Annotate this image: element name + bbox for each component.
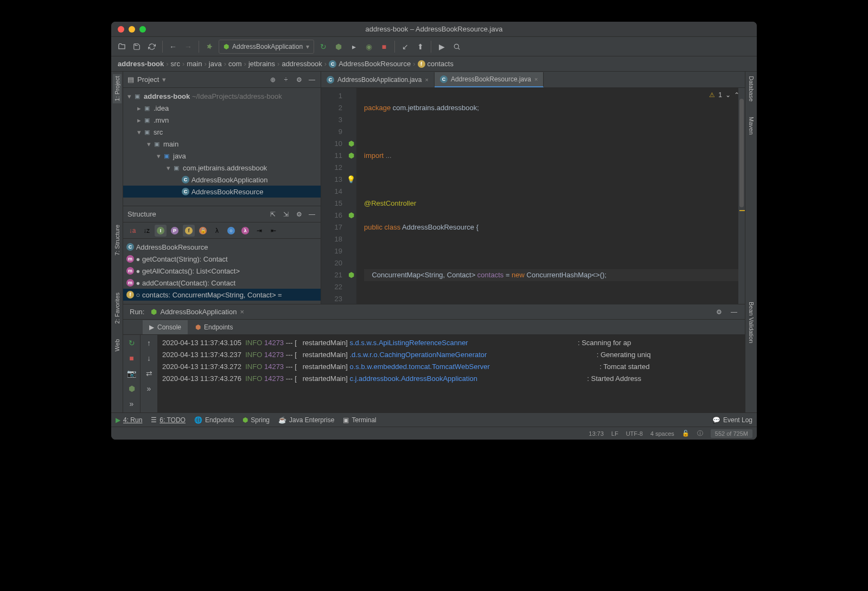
status-line-ending[interactable]: LF [611, 430, 618, 437]
tree-row[interactable]: ▾▣main [123, 138, 321, 150]
rail-project[interactable]: 1: Project [113, 74, 122, 103]
collapse-icon[interactable]: ÷ [282, 75, 290, 84]
footer-jee[interactable]: ☕Java Enterprise [278, 416, 334, 424]
run-config-selector[interactable]: ⬢ AddressBookApplication ▾ [219, 40, 314, 54]
endpoints-tab[interactable]: ⬢Endpoints [189, 320, 239, 334]
more-icon[interactable]: » [143, 383, 155, 395]
run-icon[interactable]: ↻ [317, 41, 329, 53]
filter-inherited-icon[interactable]: I [155, 225, 167, 237]
editor-tab[interactable]: C AddressBookResource.java × [435, 72, 544, 87]
inspection-icon[interactable]: ⓘ [697, 429, 703, 437]
minimize-window-button[interactable] [129, 26, 135, 33]
search-icon[interactable] [451, 41, 463, 53]
tree-row[interactable]: f ○ contacts: ConcurrentMap<String, Cont… [123, 289, 321, 301]
save-icon[interactable] [131, 41, 143, 53]
scroll-to-icon[interactable]: ⇥ [253, 225, 265, 237]
editor-inspection-status[interactable]: ⚠ 1 ⌄ ⌃ [709, 91, 739, 99]
footer-terminal[interactable]: ▣Terminal [343, 416, 376, 424]
breadcrumb-item[interactable]: address-book [118, 60, 164, 68]
expand-arrow[interactable]: ▾ [135, 128, 143, 136]
filter-lambda-icon[interactable]: ○ [225, 225, 237, 237]
spring-gutter-icon[interactable]: ⬢ [346, 150, 356, 162]
tree-row[interactable]: m ● addContact(Contact): Contact [123, 277, 321, 289]
close-window-button[interactable] [118, 26, 124, 33]
tree-row[interactable]: ▾▣address-book ~/IdeaProjects/address-bo… [123, 90, 321, 102]
profile-icon[interactable]: ◉ [363, 41, 375, 53]
tree-row[interactable]: ▾▣com.jetbrains.addressbook [123, 162, 321, 174]
filter-lambda2-icon[interactable]: λ [239, 225, 251, 237]
down-icon[interactable]: ↓ [143, 352, 155, 364]
stop-icon[interactable]: ■ [126, 352, 138, 364]
console-tab[interactable]: ▶Console [143, 320, 188, 334]
spring-gutter-icon[interactable]: ⬢ [346, 138, 356, 150]
status-memory[interactable]: 552 of 725M [711, 429, 752, 438]
collapse-all-icon[interactable]: ⇲ [282, 210, 290, 219]
gear-icon[interactable]: ⚙ [295, 210, 303, 219]
forward-icon[interactable]: → [182, 41, 194, 53]
run-anything-icon[interactable]: ▶ [436, 41, 448, 53]
expand-all-icon[interactable]: ⇱ [269, 210, 277, 219]
filter-anon-icon[interactable]: λ [211, 225, 223, 237]
vcs-commit-icon[interactable]: ⬆ [414, 41, 426, 53]
footer-todo[interactable]: ☰6: TODO [151, 416, 186, 424]
coverage-icon[interactable]: ▸ [348, 41, 360, 53]
warning-marker[interactable] [739, 210, 745, 211]
scroll-thumb[interactable] [739, 99, 744, 207]
status-caret-pos[interactable]: 13:73 [589, 430, 604, 437]
tree-row[interactable]: ▸▣.mvn [123, 114, 321, 126]
expand-arrow[interactable]: ▾ [145, 140, 152, 148]
tree-row[interactable]: ▾▣java [123, 150, 321, 162]
scroll-from-icon[interactable]: ⇤ [267, 225, 279, 237]
spring-gutter-icon[interactable]: ⬢ [346, 209, 356, 221]
more-icon[interactable]: » [126, 398, 138, 410]
back-icon[interactable]: ← [167, 41, 179, 53]
sync-icon[interactable] [146, 41, 158, 53]
restart-icon[interactable]: ↻ [126, 337, 138, 349]
footer-endpoints[interactable]: 🌐Endpoints [194, 416, 234, 424]
tree-row[interactable]: ▾▣src [123, 126, 321, 138]
sort-alpha-icon[interactable]: ↓a [126, 225, 138, 237]
expand-arrow[interactable]: ▸ [135, 104, 143, 112]
open-icon[interactable] [116, 41, 127, 53]
breadcrumb-item[interactable]: src [171, 60, 180, 68]
gear-icon[interactable]: ⚙ [295, 75, 303, 84]
rail-bean[interactable]: Bean Validation [747, 300, 756, 345]
breadcrumb-item[interactable]: C AddressBookResource [329, 60, 411, 68]
sort-visibility-icon[interactable]: ↓z [141, 225, 152, 237]
code-content[interactable]: package com.jetbrains.addressbook; impor… [356, 88, 738, 304]
up-icon[interactable]: ↑ [143, 337, 155, 349]
hide-icon[interactable]: — [308, 210, 316, 219]
lock-icon[interactable]: 🔓 [682, 430, 690, 437]
close-tab-icon[interactable]: × [534, 76, 538, 82]
tree-row[interactable]: m ● getContact(String): Contact [123, 253, 321, 265]
tree-row[interactable]: ▸▣.idea [123, 102, 321, 114]
gear-icon[interactable]: ⚙ [714, 308, 723, 316]
rail-structure[interactable]: 7: Structure [113, 223, 122, 258]
rail-database[interactable]: Database [747, 74, 756, 104]
hide-icon[interactable]: — [730, 308, 738, 316]
status-encoding[interactable]: UTF-8 [626, 430, 643, 437]
breadcrumb-item[interactable]: f contacts [418, 60, 454, 68]
console-output[interactable]: 2020-04-13 11:37:43.105 INFO 14273 --- [… [158, 335, 745, 412]
target-icon[interactable]: ⊕ [269, 75, 277, 84]
editor-tab[interactable]: C AddressBookApplication.java × [321, 72, 435, 87]
chevron-down-icon[interactable]: ⌄ [725, 91, 731, 99]
rail-web[interactable]: Web [113, 337, 122, 353]
vcs-update-icon[interactable]: ↙ [399, 41, 411, 53]
rail-favorites[interactable]: 2: Favorites [113, 290, 122, 326]
close-tab-icon[interactable]: × [425, 77, 428, 83]
footer-event-log[interactable]: 💬Event Log [712, 416, 752, 424]
breadcrumb-item[interactable]: java [209, 60, 222, 68]
hide-icon[interactable]: — [308, 75, 316, 84]
breadcrumb-item[interactable]: addressbook [282, 60, 322, 68]
tree-row[interactable]: C AddressBookResource [123, 241, 321, 253]
stop-icon[interactable]: ■ [378, 41, 390, 53]
expand-arrow[interactable]: ▸ [135, 116, 143, 124]
tree-row[interactable]: C AddressBookApplication [123, 174, 321, 186]
editor-scrollbar[interactable] [738, 88, 745, 304]
filter-fields-icon[interactable]: f [183, 225, 195, 237]
expand-arrow[interactable]: ▾ [125, 92, 133, 100]
build-icon[interactable] [203, 41, 215, 53]
wrap-icon[interactable]: ⇄ [143, 367, 155, 379]
spring-gutter-icon[interactable]: ⬢ [346, 269, 356, 281]
